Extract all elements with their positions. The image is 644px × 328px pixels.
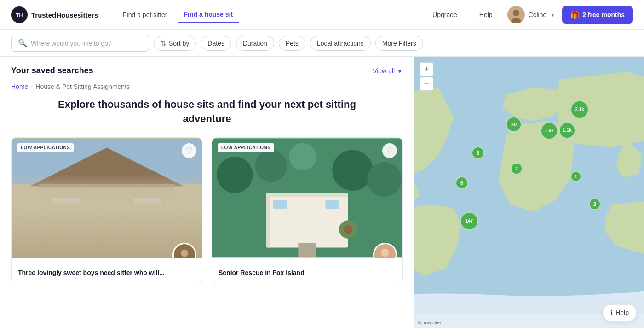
svg-point-22	[289, 143, 316, 170]
svg-point-30	[344, 225, 353, 234]
cluster-label: 2	[593, 201, 596, 207]
chevron-down-icon: ▼	[550, 12, 555, 18]
svg-rect-28	[325, 200, 339, 209]
user-menu[interactable]: Celine ▼	[507, 6, 555, 23]
svg-point-19	[255, 150, 287, 182]
listing-card[interactable]: LOW APPLICATIONS ♡ Senior Rescue	[212, 137, 403, 285]
attribution-text: mapilier	[424, 320, 442, 325]
cards-grid: LOW APPLICATIONS ♡ Three lovingly	[11, 137, 403, 285]
explore-title-line2: adventure	[183, 113, 231, 124]
search-input[interactable]	[31, 40, 142, 47]
sort-by-label: Sort by	[169, 40, 189, 47]
left-panel: Your saved searches View all ▼ Home › Ho…	[0, 57, 414, 328]
nav-find-sitter[interactable]: Find a pet sitter	[116, 7, 174, 22]
svg-point-15	[181, 249, 188, 257]
free-months-label: 2 free months	[582, 11, 625, 18]
map-cluster[interactable]: 1.1k	[559, 122, 575, 139]
view-all-label: View all	[373, 67, 395, 75]
cluster-label: 1.9k	[545, 128, 553, 133]
chevron-down-icon: ▼	[397, 67, 403, 75]
breadcrumb-home[interactable]: Home	[11, 83, 28, 90]
cluster-label: 3	[477, 150, 479, 156]
svg-point-18	[217, 157, 253, 193]
sort-icon: ⇅	[161, 40, 166, 47]
logo-text: TrustedHousesitters	[31, 11, 98, 19]
svg-point-20	[332, 150, 373, 191]
svg-rect-26	[298, 243, 316, 257]
sort-by-button[interactable]: ⇅ Sort by	[154, 36, 196, 51]
world-map	[414, 57, 644, 328]
svg-rect-6	[12, 184, 202, 257]
pets-button[interactable]: Pets	[279, 36, 305, 51]
cluster-label: 6	[460, 180, 463, 186]
svg-rect-10	[52, 198, 80, 220]
svg-point-21	[367, 162, 402, 197]
header: TH TrustedHousesitters Find a pet sitter…	[0, 0, 644, 30]
filter-bar: 🔍 ⇅ Sort by Dates Duration Pets Local at…	[0, 30, 644, 57]
pets-label: Pets	[286, 40, 299, 47]
card-title: Senior Rescue in Fox Island	[218, 269, 396, 278]
breadcrumb: Home › House & Pet Sitting Assignments	[11, 83, 403, 90]
listing-card[interactable]: LOW APPLICATIONS ♡ Three lovingly	[11, 137, 202, 285]
free-months-button[interactable]: 🎁 2 free months	[562, 6, 633, 24]
map-panel: 20 2.1k 1.9k 1.1k 3 2 6 147	[414, 57, 644, 328]
svg-rect-11	[134, 198, 161, 220]
nav-find-sit[interactable]: Find a house sit	[178, 7, 240, 23]
help-float-button[interactable]: ℹ Help	[603, 304, 637, 322]
help-float-label: Help	[615, 309, 629, 316]
card-image: LOW APPLICATIONS ♡	[12, 138, 202, 258]
duration-button[interactable]: Duration	[236, 36, 274, 51]
low-applications-badge: LOW APPLICATIONS	[218, 143, 274, 152]
zoom-controls: + −	[420, 62, 433, 91]
map-cluster[interactable]: 6	[455, 176, 468, 189]
favorite-button[interactable]: ♡	[182, 143, 196, 158]
header-right: Upgrade Help Celine ▼ 🎁 2 free months	[425, 6, 633, 24]
svg-rect-27	[273, 200, 287, 209]
explore-title-line1: Explore thousands of house sits and find…	[58, 99, 356, 110]
main-content: Your saved searches View all ▼ Home › Ho…	[0, 57, 644, 328]
zoom-out-button[interactable]: −	[420, 77, 433, 91]
breadcrumb-separator: ›	[31, 83, 33, 90]
local-attractions-label: Local attractions	[317, 40, 364, 47]
search-wrap[interactable]: 🔍	[11, 35, 149, 52]
zoom-in-button[interactable]: +	[420, 62, 433, 76]
svg-rect-13	[39, 184, 175, 187]
low-applications-badge: LOW APPLICATIONS	[17, 143, 74, 152]
map-cluster[interactable]: 2.1k	[570, 100, 589, 119]
map-attribution: ⊕ mapilier	[418, 319, 442, 325]
cluster-label: 2	[515, 166, 518, 171]
more-filters-label: More Filters	[382, 40, 416, 47]
house-illustration	[212, 138, 402, 258]
logo[interactable]: TH TrustedHousesitters	[11, 6, 98, 23]
svg-rect-25	[266, 193, 270, 247]
map-cluster[interactable]: 1.9k	[540, 122, 558, 140]
favorite-button[interactable]: ♡	[382, 143, 397, 158]
owner-avatar	[172, 243, 196, 258]
upgrade-button[interactable]: Upgrade	[425, 7, 465, 22]
svg-rect-12	[91, 216, 123, 247]
help-button[interactable]: Help	[472, 7, 500, 22]
map-container[interactable]: 20 2.1k 1.9k 1.1k 3 2 6 147	[414, 57, 644, 328]
gift-icon: 🎁	[570, 11, 580, 19]
logo-icon: TH	[11, 6, 28, 23]
cluster-label: 20	[511, 122, 517, 127]
more-filters-button[interactable]: More Filters	[375, 36, 423, 51]
dates-button[interactable]: Dates	[201, 36, 231, 51]
info-icon: ℹ	[610, 309, 613, 316]
card-image: LOW APPLICATIONS ♡	[212, 138, 402, 258]
map-cluster[interactable]: 147	[460, 212, 478, 230]
saved-searches-header: Your saved searches View all ▼	[11, 66, 403, 76]
svg-rect-24	[266, 193, 348, 197]
local-attractions-button[interactable]: Local attractions	[310, 36, 371, 51]
map-cluster[interactable]: 20	[506, 117, 522, 132]
cluster-label: 2.1k	[575, 107, 584, 112]
map-cluster[interactable]: 3	[472, 146, 484, 159]
main-nav: Find a pet sitter Find a house sit	[116, 7, 239, 23]
breadcrumb-current: House & Pet Sitting Assignments	[35, 83, 130, 90]
card-body: Senior Rescue in Fox Island	[212, 258, 402, 284]
dates-label: Dates	[207, 40, 224, 47]
svg-point-32	[381, 248, 389, 257]
cluster-label: 1.1k	[563, 128, 571, 133]
cluster-label: 1	[575, 174, 577, 179]
view-all-button[interactable]: View all ▼	[373, 67, 403, 75]
